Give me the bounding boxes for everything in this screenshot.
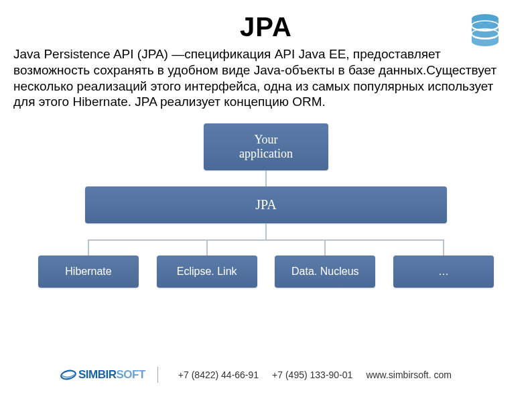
description-text: Java Persistence API (JPA) —спецификация…: [13, 46, 519, 110]
node-hibernate: Hibernate: [38, 255, 139, 288]
node-datanucleus: Data. Nucleus: [275, 255, 375, 288]
node-label: Eclipse. Link: [177, 266, 237, 278]
footer-url: www.simbirsoft. com: [366, 369, 452, 380]
node-more: …: [393, 255, 494, 288]
leaf-row: Hibernate Eclipse. Link Data. Nucleus …: [38, 255, 494, 288]
page-title: JPA: [13, 12, 519, 42]
connector-horizontal: [38, 239, 494, 255]
node-label: …: [438, 266, 449, 278]
logo: SIMBIRSOFT: [60, 367, 158, 383]
node-jpa: JPA: [85, 186, 447, 223]
footer-phone-1: +7 (8422) 44-66-91: [178, 369, 259, 380]
footer-phone-2: +7 (495) 133-90-01: [272, 369, 352, 380]
connector-vertical: [265, 170, 267, 186]
logo-text-2: SOFT: [117, 368, 145, 381]
database-icon: [466, 12, 504, 52]
node-label: Your application: [220, 122, 312, 172]
node-label: JPA: [255, 197, 277, 213]
footer: SIMBIRSOFT +7 (8422) 44-66-91 +7 (495) 1…: [0, 367, 532, 383]
node-label: Data. Nucleus: [291, 266, 359, 278]
logo-swoosh-icon: [60, 367, 76, 383]
hierarchy-diagram: Your application JPA Hibernate Eclipse. …: [13, 123, 519, 288]
logo-text-1: SIMBIR: [78, 368, 117, 381]
node-your-application: Your application: [204, 123, 328, 170]
node-eclipselink: Eclipse. Link: [157, 255, 257, 288]
node-label: Hibernate: [65, 266, 111, 278]
